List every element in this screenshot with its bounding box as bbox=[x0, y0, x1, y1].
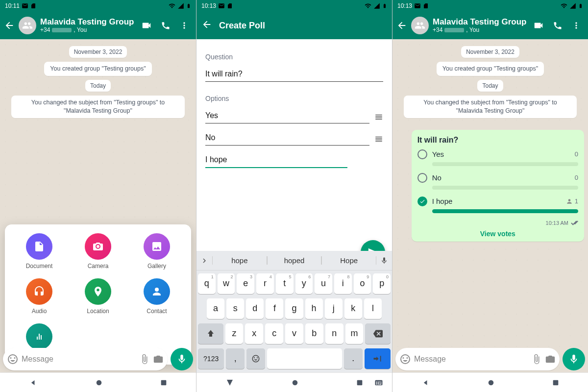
emoji-icon[interactable] bbox=[399, 353, 411, 365]
key-k[interactable]: k bbox=[344, 298, 362, 319]
nav-back-icon[interactable] bbox=[28, 378, 38, 388]
nav-home-icon[interactable] bbox=[488, 379, 494, 386]
key-a[interactable]: a bbox=[207, 298, 224, 319]
key-l[interactable]: l bbox=[364, 298, 382, 319]
key-v[interactable]: v bbox=[285, 323, 303, 344]
signal-icon bbox=[569, 2, 576, 9]
voice-input-icon[interactable] bbox=[376, 257, 392, 265]
key-t[interactable]: t5 bbox=[276, 273, 294, 294]
key-h[interactable]: h bbox=[305, 298, 323, 319]
drag-handle-icon[interactable] bbox=[374, 135, 383, 146]
key-n[interactable]: n bbox=[325, 323, 343, 344]
back-icon[interactable] bbox=[396, 20, 407, 31]
attach-audio[interactable]: Audio bbox=[10, 278, 69, 315]
view-votes-button[interactable]: View votes bbox=[417, 230, 578, 238]
key-j[interactable]: j bbox=[325, 298, 343, 319]
chat-title: Malavida Testing Group bbox=[433, 18, 529, 27]
gallery-icon bbox=[151, 241, 163, 252]
message-input[interactable] bbox=[414, 355, 528, 364]
attach-contact[interactable]: Contact bbox=[127, 278, 186, 315]
key-backspace[interactable] bbox=[365, 323, 391, 344]
poll-option-1[interactable]: Yes 0 bbox=[417, 149, 578, 166]
mic-button[interactable] bbox=[563, 348, 585, 370]
video-call-icon[interactable] bbox=[533, 20, 544, 31]
attach-gallery[interactable]: Gallery bbox=[127, 233, 186, 270]
key-w[interactable]: w2 bbox=[218, 273, 235, 294]
key-y[interactable]: y6 bbox=[295, 273, 313, 294]
chat-title-block[interactable]: Malavida Testing Group +34, You bbox=[433, 18, 529, 33]
nav-back-icon[interactable] bbox=[421, 378, 431, 388]
key-b[interactable]: b bbox=[305, 323, 323, 344]
attach-location[interactable]: Location bbox=[69, 278, 127, 315]
suggestion-2[interactable]: hoped bbox=[267, 256, 322, 265]
key-comma[interactable]: , bbox=[226, 348, 245, 369]
more-icon[interactable] bbox=[179, 21, 189, 30]
key-g[interactable]: g bbox=[285, 298, 303, 319]
group-avatar[interactable] bbox=[411, 17, 429, 34]
nav-back-icon[interactable] bbox=[225, 378, 234, 387]
more-icon[interactable] bbox=[571, 21, 581, 30]
key-o[interactable]: o9 bbox=[354, 273, 371, 294]
drag-handle-icon[interactable] bbox=[374, 113, 383, 123]
camera-input-icon[interactable] bbox=[545, 354, 556, 365]
nav-recent-icon[interactable] bbox=[552, 379, 560, 387]
key-m[interactable]: m bbox=[345, 323, 364, 344]
poll-option-2[interactable]: No 0 bbox=[417, 173, 578, 190]
option-input-2[interactable] bbox=[205, 129, 369, 146]
suggestion-3[interactable]: Hope bbox=[321, 256, 376, 265]
suggestion-expand-icon[interactable] bbox=[196, 256, 212, 265]
back-icon[interactable] bbox=[4, 20, 15, 31]
key-s[interactable]: s bbox=[226, 298, 244, 319]
nav-home-icon[interactable] bbox=[96, 379, 102, 386]
attach-icon[interactable] bbox=[531, 354, 542, 365]
chat-title-block[interactable]: Malavida Testing Group +34, You bbox=[40, 18, 137, 33]
message-input[interactable] bbox=[22, 355, 136, 364]
group-avatar[interactable] bbox=[19, 17, 36, 34]
key-d[interactable]: d bbox=[246, 298, 264, 319]
create-poll-header: Create Poll bbox=[196, 12, 392, 39]
option-input-1[interactable] bbox=[205, 107, 369, 123]
gmail-icon bbox=[218, 2, 225, 9]
chat-header: Malavida Testing Group +34, You bbox=[0, 12, 196, 39]
attach-icon[interactable] bbox=[139, 354, 150, 365]
key-period[interactable]: . bbox=[344, 348, 363, 369]
keyboard-switch-icon[interactable] bbox=[374, 378, 383, 387]
back-button[interactable] bbox=[200, 17, 215, 34]
key-emoji[interactable] bbox=[246, 348, 265, 369]
key-z[interactable]: z bbox=[225, 323, 244, 344]
document-icon bbox=[33, 241, 45, 252]
status-bar: 10:13 bbox=[392, 0, 588, 12]
voice-call-icon[interactable] bbox=[161, 21, 171, 30]
mic-button[interactable] bbox=[171, 348, 193, 370]
svg-rect-1 bbox=[161, 380, 166, 385]
nav-recent-icon[interactable] bbox=[160, 379, 168, 387]
key-i[interactable]: i8 bbox=[334, 273, 352, 294]
nav-recent-icon[interactable] bbox=[356, 379, 364, 387]
key-q[interactable]: q1 bbox=[198, 273, 216, 294]
key-enter[interactable] bbox=[365, 348, 391, 369]
key-f[interactable]: f bbox=[266, 298, 283, 319]
wifi-icon bbox=[365, 2, 371, 9]
wifi-icon bbox=[561, 2, 567, 9]
key-space[interactable] bbox=[267, 348, 342, 369]
voice-call-icon[interactable] bbox=[553, 21, 563, 30]
attach-document[interactable]: Document bbox=[10, 233, 69, 270]
option-input-3[interactable] bbox=[205, 151, 347, 168]
nav-home-icon[interactable] bbox=[292, 379, 298, 386]
key-e[interactable]: e3 bbox=[237, 273, 254, 294]
key-u[interactable]: u7 bbox=[315, 273, 332, 294]
camera-input-icon[interactable] bbox=[153, 354, 164, 365]
today-chip: Today bbox=[85, 80, 111, 92]
key-symbols[interactable]: ?123 bbox=[198, 348, 224, 369]
key-p[interactable]: p0 bbox=[373, 273, 391, 294]
key-r[interactable]: r4 bbox=[256, 273, 274, 294]
poll-option-3[interactable]: I hope 1 bbox=[417, 196, 578, 213]
key-shift[interactable] bbox=[198, 323, 223, 344]
video-call-icon[interactable] bbox=[141, 20, 152, 31]
key-c[interactable]: c bbox=[265, 323, 283, 344]
emoji-icon[interactable] bbox=[7, 353, 19, 365]
question-input[interactable] bbox=[205, 66, 383, 82]
attach-camera[interactable]: Camera bbox=[69, 233, 127, 270]
key-x[interactable]: x bbox=[245, 323, 263, 344]
suggestion-1[interactable]: hope bbox=[212, 256, 267, 265]
